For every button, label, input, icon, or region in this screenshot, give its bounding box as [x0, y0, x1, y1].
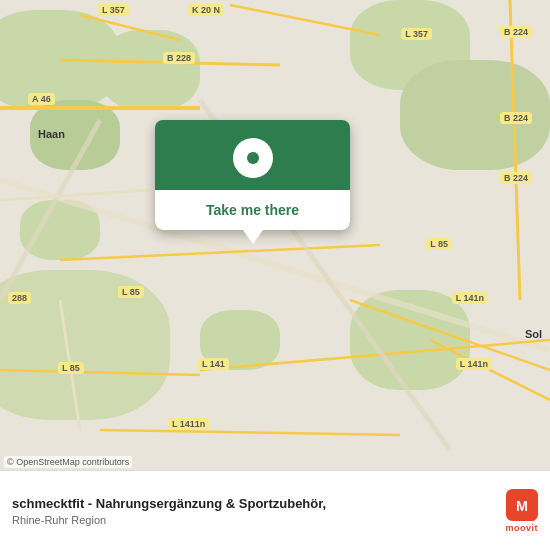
road-label-l141n: L 141n: [452, 292, 488, 304]
svg-line-9: [350, 300, 550, 370]
svg-line-14: [0, 190, 150, 200]
svg-line-11: [100, 430, 400, 435]
popup-card: Take me there: [155, 120, 350, 230]
road-label-l141: L 141: [198, 358, 229, 370]
map-attribution: © OpenStreetMap contributors: [4, 456, 132, 468]
road-label-b228: B 228: [163, 52, 195, 64]
bottom-bar: schmecktfit - Nahrungsergänzung & Sportz…: [0, 470, 550, 550]
popup-icon-area: [213, 120, 293, 190]
road-label-l1411n: L 1411n: [168, 418, 209, 430]
svg-text:M: M: [516, 497, 528, 513]
map-container: L 357 K 20 N L 357 B 224 B 228 A 46 B 22…: [0, 0, 550, 470]
road-label-b224-mid: B 224: [500, 112, 532, 124]
road-label-l85-left: L 85: [118, 286, 144, 298]
road-label-288: 288: [8, 292, 31, 304]
road-svg: [0, 0, 550, 470]
take-me-there-button[interactable]: Take me there: [155, 190, 350, 230]
svg-line-3: [230, 5, 380, 35]
road-label-a46: A 46: [28, 93, 55, 105]
svg-line-2: [80, 15, 180, 40]
road-label-l141n-bot: L 141n: [456, 358, 492, 370]
road-label-l85-bot: L 85: [58, 362, 84, 374]
svg-line-7: [0, 370, 200, 375]
moovit-icon: M: [506, 489, 538, 521]
town-label-sol: Sol: [525, 328, 542, 340]
place-subtitle: Rhine-Ruhr Region: [12, 514, 495, 526]
town-label-haan: Haan: [38, 128, 65, 140]
road-label-l85-mid: L 85: [426, 238, 452, 250]
road-label-l357-top: L 357: [98, 4, 129, 16]
popup-pin-dot: [247, 152, 259, 164]
road-label-l357-right: L 357: [401, 28, 432, 40]
svg-line-12: [0, 120, 100, 300]
road-label-k20n: K 20 N: [188, 4, 224, 16]
popup-pin: [233, 138, 273, 178]
moovit-logo: M moovit: [505, 489, 538, 533]
svg-line-4: [510, 0, 520, 300]
road-label-b224-lower: B 224: [500, 172, 532, 184]
moovit-label: moovit: [505, 523, 538, 533]
road-label-b224-top: B 224: [500, 26, 532, 38]
bottom-text: schmecktfit - Nahrungsergänzung & Sportz…: [12, 495, 495, 525]
place-title: schmecktfit - Nahrungsergänzung & Sportz…: [12, 495, 495, 513]
